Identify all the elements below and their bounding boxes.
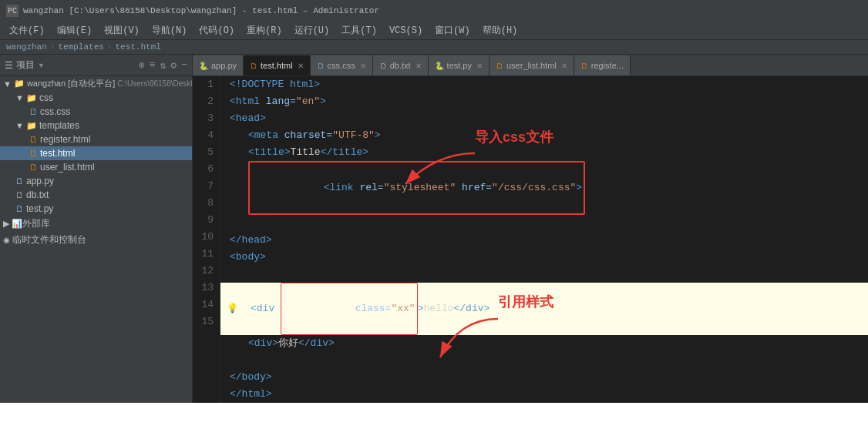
external-libs-icon: 📊	[12, 219, 22, 229]
tab-test-html[interactable]: 🗋 test.html ✕	[244, 55, 311, 75]
editor-body: 1 2 3 4 5 6 7 8 9 10 11 12 13 14 15 <!DO…	[193, 76, 868, 403]
code-line-15: </html>	[227, 386, 862, 403]
menu-run[interactable]: 运行(U)	[288, 22, 336, 39]
annotation-style-arrow	[429, 315, 506, 375]
code-line-7	[227, 215, 862, 232]
py-file-icon: 🗋	[15, 204, 24, 213]
tree-root[interactable]: ▼ 📁 wangzhan [自动化平台] C:\Users\86158\Desk…	[0, 76, 192, 91]
py-icon: 🐍	[435, 62, 444, 70]
tree-temp-files[interactable]: ◉ 临时文件和控制台	[0, 232, 192, 248]
editor-panel: 🐍 app.py 🗋 test.html ✕ 🗋 css.css ✕ 🗋 db.…	[193, 55, 868, 403]
folder-icon: 📁	[26, 121, 37, 131]
menu-nav[interactable]: 导航(N)	[146, 22, 193, 39]
tab-db-txt[interactable]: 🗋 db.txt ✕	[373, 55, 429, 75]
code-line-14: </body>	[227, 369, 862, 386]
menu-view[interactable]: 视图(V)	[98, 22, 146, 39]
close-tab-icon[interactable]: ✕	[415, 62, 422, 70]
close-tab-icon[interactable]: ✕	[298, 62, 304, 70]
window-title: wangzhan [C:\Users\86158\Desktop\wangzha…	[23, 6, 379, 15]
tab-app-py[interactable]: 🐍 app.py	[193, 55, 244, 75]
code-line-6: <link rel="stylesheet" href="/css/css.cs…	[227, 161, 862, 215]
sync-icon[interactable]: ⇅	[160, 59, 167, 72]
expand-icon: ▼	[15, 121, 24, 130]
expand-icon: ◉	[3, 236, 10, 244]
html-icon: 🗋	[580, 62, 588, 70]
annotation-css-arrow	[390, 149, 483, 202]
new-folder-icon[interactable]: ≡	[150, 59, 156, 72]
tabs-bar: 🐍 app.py 🗋 test.html ✕ 🗋 css.css ✕ 🗋 db.…	[193, 55, 868, 76]
close-tab-icon[interactable]: ✕	[561, 62, 567, 70]
root-label: wangzhan [自动化平台]	[27, 78, 117, 89]
tab-css-css[interactable]: 🗋 css.css ✕	[311, 55, 373, 75]
menu-refactor[interactable]: 重构(R)	[241, 22, 288, 39]
html-file-icon: 🗋	[29, 135, 38, 144]
html-file-icon: 🗋	[29, 149, 38, 158]
close-tab-icon[interactable]: ✕	[360, 62, 366, 70]
code-line-10	[227, 266, 862, 283]
tab-user-list-html[interactable]: 🗋 user_list.html ✕	[490, 55, 574, 75]
folder-icon: 📁	[26, 93, 37, 103]
code-line-2: <html lang="en">	[227, 93, 862, 110]
css-icon: 🗋	[317, 62, 325, 70]
html-icon: 🗋	[496, 62, 503, 70]
menu-help[interactable]: 帮助(H)	[476, 22, 524, 39]
txt-file-icon: 🗋	[15, 190, 24, 199]
tab-register-html[interactable]: 🗋 registe...	[574, 55, 631, 75]
tree-app-py[interactable]: 🗋 app.py	[0, 174, 192, 188]
breadcrumb-part3[interactable]: test.html	[115, 42, 160, 52]
sidebar: ☰ 项目 ▼ ⊕ ≡ ⇅ ⚙ − ▼ 📁 wangzhan [自动化平台] C:…	[0, 55, 193, 403]
sidebar-header: ☰ 项目 ▼ ⊕ ≡ ⇅ ⚙ −	[0, 55, 192, 76]
tree-db-txt[interactable]: 🗋 db.txt	[0, 188, 192, 202]
close-tab-icon[interactable]: ✕	[476, 62, 483, 70]
code-line-3: <head>	[227, 110, 862, 127]
sidebar-tree: ▼ 📁 wangzhan [自动化平台] C:\Users\86158\Desk…	[0, 76, 192, 403]
settings-icon[interactable]: ⚙	[170, 59, 177, 72]
tree-user-list-html[interactable]: 🗋 user_list.html	[0, 160, 192, 174]
title-bar: PC wangzhan [C:\Users\86158\Desktop\wang…	[0, 0, 868, 22]
menu-vcs[interactable]: VCS(S)	[383, 24, 429, 38]
menu-code[interactable]: 代码(O)	[193, 22, 241, 39]
breadcrumb: wangzhan › templates › test.html	[0, 40, 868, 55]
tab-test-py[interactable]: 🐍 test.py ✕	[429, 55, 490, 75]
txt-icon: 🗋	[379, 62, 387, 70]
bulb-icon: 💡	[227, 300, 238, 317]
root-path: C:\Users\86158\Desktop\wangzhan	[117, 79, 192, 88]
main-layout: ☰ 项目 ▼ ⊕ ≡ ⇅ ⚙ − ▼ 📁 wangzhan [自动化平台] C:…	[0, 55, 868, 403]
menu-tools[interactable]: 工具(T)	[335, 22, 383, 39]
expand-icon: ▶	[3, 219, 9, 229]
annotation-css-label: 导入css文件	[475, 129, 553, 146]
menu-bar: 文件(F) 编辑(E) 视图(V) 导航(N) 代码(O) 重构(R) 运行(U…	[0, 22, 868, 40]
tree-test-py[interactable]: 🗋 test.py	[0, 202, 192, 216]
tree-css-folder[interactable]: ▼ 📁 css	[0, 91, 192, 105]
html-file-icon: 🗋	[29, 163, 38, 172]
css-file-icon: 🗋	[29, 107, 38, 116]
code-line-5: <title>Title</title>	[227, 144, 862, 161]
sidebar-actions: ⊕ ≡ ⇅ ⚙ −	[139, 59, 187, 72]
tree-templates-folder[interactable]: ▼ 📁 templates	[0, 119, 192, 132]
code-line-8: </head>	[227, 232, 862, 249]
code-line-12: <div>你好</div>	[227, 335, 862, 352]
expand-icon: ▼	[15, 93, 24, 102]
code-line-13	[227, 352, 862, 369]
annotation-style-label: 引用样式	[498, 293, 553, 310]
menu-file[interactable]: 文件(F)	[3, 22, 51, 39]
line-numbers: 1 2 3 4 5 6 7 8 9 10 11 12 13 14 15	[193, 76, 220, 403]
code-line-9: <body>	[227, 249, 862, 266]
menu-edit[interactable]: 编辑(E)	[51, 22, 99, 39]
tree-css-file[interactable]: 🗋 css.css	[0, 105, 192, 119]
menu-window[interactable]: 窗口(W)	[429, 22, 476, 39]
breadcrumb-part1[interactable]: wangzhan	[6, 42, 47, 52]
minimize-icon[interactable]: −	[181, 59, 187, 72]
tree-test-html[interactable]: 🗋 test.html	[0, 146, 192, 160]
code-line-1: <!DOCTYPE html>	[227, 76, 862, 93]
code-editor[interactable]: <!DOCTYPE html> <html lang="en"> <head> …	[220, 76, 868, 403]
tree-register-html[interactable]: 🗋 register.html	[0, 132, 192, 146]
html-icon: 🗋	[250, 62, 257, 70]
sidebar-title: ☰ 项目 ▼	[5, 59, 45, 72]
app-icon: PC	[6, 5, 19, 17]
tree-external-libs[interactable]: ▶ 📊 外部库	[0, 216, 192, 232]
add-icon[interactable]: ⊕	[139, 59, 145, 72]
py-file-icon: 🗋	[15, 176, 24, 186]
py-icon: 🐍	[199, 62, 208, 70]
breadcrumb-part2[interactable]: templates	[58, 42, 103, 52]
